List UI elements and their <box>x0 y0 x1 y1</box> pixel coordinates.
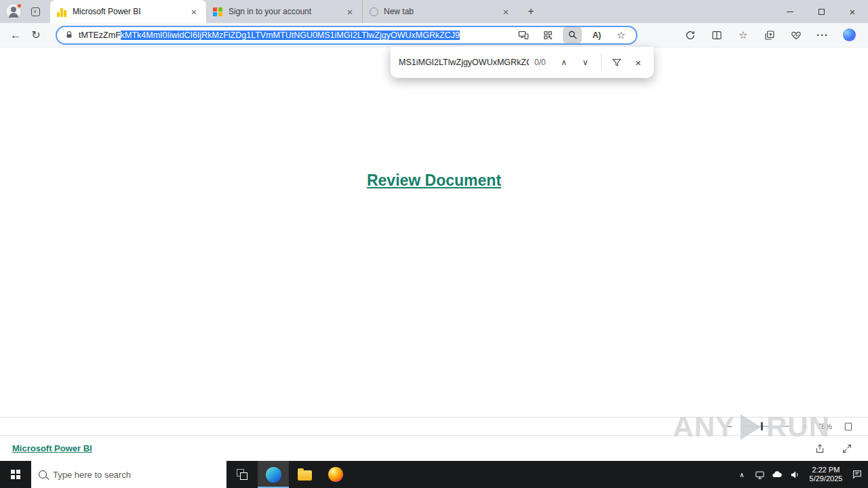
find-on-page-icon <box>568 30 578 40</box>
extension-sync-icon <box>685 30 696 41</box>
share-icon <box>814 443 825 454</box>
tab-actions-button[interactable] <box>28 5 42 18</box>
search-icon <box>39 470 47 479</box>
fit-to-page-icon <box>844 422 853 432</box>
new-tab-button[interactable]: + <box>522 3 540 20</box>
url-text[interactable]: tMTEzZmFkMTk4MmI0IiwidCI6IjRkMzFiZDg1LTV… <box>79 30 509 40</box>
tab-actions-icon <box>31 7 40 16</box>
minimize-icon <box>787 12 793 12</box>
tab-close-icon[interactable] <box>344 6 355 17</box>
address-bar[interactable]: tMTEzZmFkMTk4MmI0IiwidCI6IjRkMzFiZDg1LTV… <box>56 26 637 45</box>
maximize-icon <box>818 9 825 15</box>
browser-essentials-icon <box>791 30 802 41</box>
system-tray: 2:22 PM 5/29/2025 <box>734 461 868 488</box>
taskbar-search-input[interactable] <box>53 470 202 480</box>
network-icon <box>755 470 765 480</box>
microsoft-favicon <box>213 7 223 17</box>
zoom-slider[interactable] <box>743 426 791 427</box>
notification-dot <box>16 3 22 9</box>
window-controls <box>774 0 868 23</box>
share-button[interactable] <box>811 440 829 458</box>
copilot-button[interactable] <box>840 26 859 45</box>
find-match-count: 0/0 <box>534 58 546 67</box>
browser-essentials-button[interactable] <box>787 26 806 45</box>
volume-icon <box>790 470 800 480</box>
url-text-selected: kMTk4MmI0IiwidCI6IjRkMzFiZDg1LTVmMTUtNGU… <box>121 30 460 40</box>
taskbar-search[interactable] <box>31 461 226 488</box>
profile-avatar[interactable] <box>5 3 22 20</box>
file-explorer-icon <box>298 470 312 481</box>
browser-toolbar: tMTEzZmFkMTk4MmI0IiwidCI6IjRkMzFiZDg1LTV… <box>0 23 868 47</box>
refresh-button[interactable] <box>27 26 45 44</box>
fit-to-page-button[interactable] <box>840 418 857 435</box>
tab-power-bi[interactable]: Microsoft Power BI <box>50 0 206 23</box>
qr-code-icon <box>543 30 553 40</box>
review-document-link[interactable]: Review Document <box>367 171 501 190</box>
start-button[interactable] <box>0 461 31 488</box>
task-view-icon <box>237 469 248 480</box>
volume-tray-button[interactable] <box>787 461 803 488</box>
send-to-devices-button[interactable] <box>514 27 533 43</box>
titlebar: Microsoft Power BI Sign in to your accou… <box>0 0 868 23</box>
action-center-button[interactable] <box>849 461 865 488</box>
globe-favicon <box>370 7 378 16</box>
taskbar-edge-button[interactable] <box>258 461 289 488</box>
onedrive-tray-button[interactable] <box>769 461 785 488</box>
find-filter-button[interactable] <box>608 53 626 72</box>
fullscreen-button[interactable] <box>838 440 856 458</box>
taskbar-file-explorer-button[interactable] <box>289 461 320 488</box>
find-on-page-button[interactable] <box>563 27 582 43</box>
tab-sign-in[interactable]: Sign in to your account <box>206 0 362 23</box>
taskbar-firefox-button[interactable] <box>320 461 351 488</box>
zoom-level-label: 78% <box>817 422 832 430</box>
edge-icon <box>266 467 281 483</box>
expand-arrows-icon <box>842 443 852 454</box>
split-screen-icon <box>711 30 722 41</box>
split-screen-button[interactable] <box>707 26 726 45</box>
tab-close-icon[interactable] <box>500 6 511 17</box>
favorites-button[interactable] <box>734 26 753 45</box>
zoom-slider-handle[interactable] <box>761 422 763 430</box>
find-bar: MS1iMGI2LTlwZjgyOWUxMGRkZCJ9 0/0 <box>391 47 654 78</box>
copilot-icon <box>843 28 856 41</box>
task-view-button[interactable] <box>226 461 258 488</box>
settings-menu-button[interactable] <box>813 26 832 45</box>
taskbar-clock[interactable]: 2:22 PM 5/29/2025 <box>804 466 848 483</box>
qr-code-button[interactable] <box>538 27 557 43</box>
lock-icon <box>65 30 73 39</box>
maximize-button[interactable] <box>806 0 837 23</box>
read-aloud-button[interactable] <box>587 27 606 43</box>
action-center-icon <box>852 469 863 480</box>
url-text-prefix: tMTEzZmF <box>79 30 121 40</box>
hidden-icons-button[interactable] <box>734 461 750 488</box>
clock-time: 2:22 PM <box>806 466 846 474</box>
extension-button[interactable] <box>681 26 700 45</box>
zoom-in-button[interactable] <box>799 422 810 432</box>
footer-bar: Microsoft Power BI <box>0 435 868 461</box>
zoom-out-button[interactable] <box>724 422 735 432</box>
find-bar-divider <box>601 54 601 70</box>
tab-new-tab[interactable]: New tab <box>362 0 518 23</box>
taskbar-spacer <box>351 461 734 488</box>
tab-title: New tab <box>384 7 495 16</box>
tab-title: Sign in to your account <box>229 7 339 16</box>
browser-window: Microsoft Power BI Sign in to your accou… <box>0 0 868 488</box>
find-close-button[interactable] <box>629 53 647 72</box>
network-tray-button[interactable] <box>751 461 768 488</box>
power-bi-favicon <box>57 7 67 17</box>
collections-button[interactable] <box>760 26 779 45</box>
minimize-button[interactable] <box>774 0 806 23</box>
find-next-button[interactable] <box>576 53 594 72</box>
send-to-devices-icon <box>518 30 529 41</box>
firefox-icon <box>328 467 343 482</box>
find-previous-button[interactable] <box>555 53 573 72</box>
power-bi-footer-link[interactable]: Microsoft Power BI <box>12 443 92 453</box>
back-button[interactable] <box>7 26 24 44</box>
close-window-button[interactable] <box>837 0 868 23</box>
add-favorite-button[interactable] <box>612 27 631 43</box>
tab-close-icon[interactable] <box>189 6 199 17</box>
tab-strip: Microsoft Power BI Sign in to your accou… <box>50 0 518 23</box>
taskbar: 2:22 PM 5/29/2025 <box>0 461 868 488</box>
windows-logo-icon <box>11 470 20 479</box>
find-input[interactable]: MS1iMGI2LTlwZjgyOWUxMGRkZCJ9 <box>399 58 529 67</box>
